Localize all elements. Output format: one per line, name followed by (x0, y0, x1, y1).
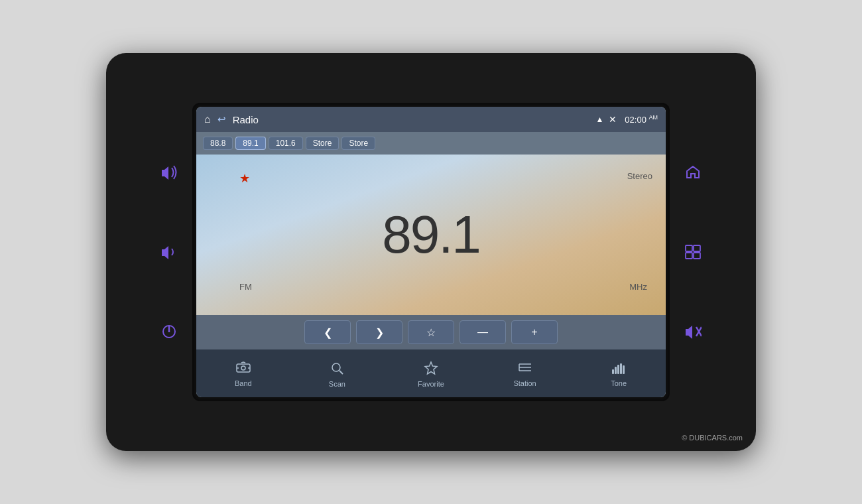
station-nav[interactable]: Station (478, 361, 572, 387)
power-button[interactable] (156, 318, 182, 345)
svg-rect-19 (694, 245, 700, 251)
car-unit: ⌂ ↩ Radio ▲ ✕ 02:00 AM 88.8 89.1 101.6 (106, 53, 756, 451)
fm-label: FM (239, 282, 252, 292)
svg-rect-13 (612, 369, 614, 374)
top-bar: ⌂ ↩ Radio ▲ ✕ 02:00 AM (196, 107, 666, 132)
svg-rect-14 (615, 367, 617, 374)
svg-rect-15 (617, 365, 619, 374)
tone-label: Tone (611, 379, 627, 387)
stereo-label: Stereo (627, 171, 652, 181)
svg-rect-21 (694, 253, 700, 259)
prev-button[interactable]: ❮ (304, 320, 351, 344)
back-icon[interactable]: ↩ (217, 113, 226, 125)
favorite-icon (424, 361, 438, 377)
preset-bar: 88.8 89.1 101.6 Store Store (196, 132, 666, 155)
right-side-buttons (680, 126, 706, 378)
scan-nav[interactable]: Scan (290, 361, 385, 388)
top-bar-right: ▲ ✕ 02:00 AM (595, 114, 658, 125)
svg-point-3 (241, 366, 245, 370)
close-button[interactable]: ✕ (609, 114, 617, 125)
band-label: Band (235, 379, 252, 387)
svg-rect-20 (686, 253, 692, 259)
scan-icon (330, 361, 344, 377)
radio-title: Radio (233, 114, 259, 125)
increase-button[interactable]: + (511, 320, 558, 344)
station-label: Station (513, 379, 536, 387)
am-pm: AM (649, 114, 658, 121)
watermark: © DUBICARS.com (682, 434, 743, 442)
preset-1[interactable]: 88.8 (203, 137, 233, 150)
controls-bar: ❮ ❯ ☆ — + (196, 315, 666, 349)
band-icon (236, 361, 251, 377)
screen: ⌂ ↩ Radio ▲ ✕ 02:00 AM 88.8 89.1 101.6 (196, 107, 666, 397)
volume-up-button[interactable] (156, 159, 182, 186)
svg-marker-8 (425, 362, 437, 374)
preset-store-2[interactable]: Store (341, 137, 375, 150)
mute-button[interactable] (680, 318, 706, 345)
left-side-buttons (156, 126, 182, 378)
band-nav[interactable]: Band (196, 361, 290, 387)
home-icon[interactable]: ⌂ (204, 113, 211, 125)
svg-line-7 (339, 371, 343, 374)
clock-display: 02:00 AM (625, 114, 658, 125)
bottom-nav: Band Scan (196, 349, 666, 397)
decrease-button[interactable]: — (460, 320, 506, 344)
favorite-label: Favorite (418, 380, 444, 388)
menu-right-button[interactable] (680, 239, 706, 265)
svg-rect-16 (620, 363, 622, 374)
next-button[interactable]: ❯ (356, 320, 402, 344)
svg-point-6 (332, 363, 340, 371)
top-bar-left: ⌂ ↩ Radio (204, 113, 259, 125)
favorite-nav[interactable]: Favorite (384, 361, 478, 388)
screen-outer: ⌂ ↩ Radio ▲ ✕ 02:00 AM 88.8 89.1 101.6 (192, 103, 670, 401)
home-right-button[interactable] (680, 159, 706, 186)
preset-store-1[interactable]: Store (306, 137, 339, 150)
main-display: ★ Stereo FM 89.1 MHz (196, 155, 666, 315)
volume-down-button[interactable] (156, 239, 182, 265)
time-value: 02:00 (625, 115, 646, 125)
scan-label: Scan (329, 380, 345, 388)
tone-nav[interactable]: Tone (572, 361, 666, 387)
tone-icon (611, 361, 626, 377)
station-icon (518, 361, 532, 377)
preset-2[interactable]: 89.1 (235, 137, 265, 150)
preset-3[interactable]: 101.6 (269, 137, 303, 150)
signal-icon: ▲ (595, 115, 603, 124)
frequency-display: 89.1 (382, 204, 480, 265)
favorite-star: ★ (239, 171, 250, 186)
mhz-label: MHz (629, 282, 647, 292)
svg-rect-17 (623, 365, 625, 374)
svg-rect-18 (686, 245, 692, 251)
favorite-toggle-button[interactable]: ☆ (408, 320, 454, 344)
